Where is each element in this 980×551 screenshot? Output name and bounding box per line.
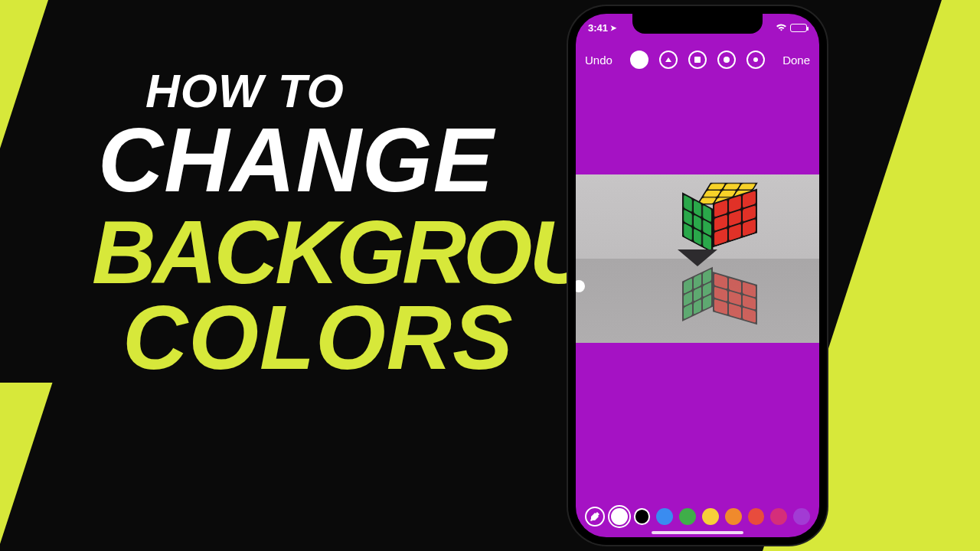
eraser-tool-icon[interactable] — [746, 51, 765, 69]
bg-stripe-top-left — [0, 0, 86, 176]
swatch-purple[interactable] — [793, 508, 810, 525]
rubiks-cube — [702, 184, 760, 242]
phone-notch — [632, 14, 763, 34]
color-swatch-row — [576, 507, 819, 527]
eyedropper-tool-icon[interactable] — [585, 507, 605, 527]
phone-screen: 3:41 ➤ Undo Done — [576, 14, 819, 537]
bg-stripe-bottom-left — [0, 383, 52, 551]
swatch-yellow[interactable] — [702, 508, 719, 525]
phone-mockup: 3:41 ➤ Undo Done — [568, 6, 827, 545]
tool-icons-group — [630, 51, 765, 69]
arrow-tool-icon[interactable] — [659, 51, 678, 69]
done-button[interactable]: Done — [782, 54, 810, 67]
story-photo[interactable] — [576, 174, 819, 343]
swatch-orange[interactable] — [725, 508, 742, 525]
status-bar-left: 3:41 ➤ — [588, 22, 616, 34]
drawing-toolbar: Undo Done — [576, 44, 819, 75]
battery-icon — [790, 24, 807, 32]
status-bar-right — [776, 24, 807, 32]
neon-tool-icon[interactable] — [717, 51, 736, 69]
swatch-blue[interactable] — [656, 508, 673, 525]
wifi-icon — [776, 24, 787, 32]
home-indicator[interactable] — [652, 531, 743, 534]
swatch-green[interactable] — [679, 508, 696, 525]
cube-stand — [678, 249, 717, 266]
rubiks-cube-scene — [576, 174, 819, 343]
status-time: 3:41 — [588, 22, 608, 34]
swatch-red[interactable] — [748, 508, 765, 525]
marker-tool-icon[interactable] — [688, 51, 707, 69]
swatch-magenta[interactable] — [770, 508, 787, 525]
rubiks-cube-reflection — [702, 277, 760, 329]
pen-tool-icon[interactable] — [630, 51, 648, 69]
swatch-black[interactable] — [634, 508, 651, 525]
undo-button[interactable]: Undo — [585, 54, 612, 67]
swatch-white[interactable] — [611, 508, 628, 525]
location-icon: ➤ — [610, 24, 616, 32]
